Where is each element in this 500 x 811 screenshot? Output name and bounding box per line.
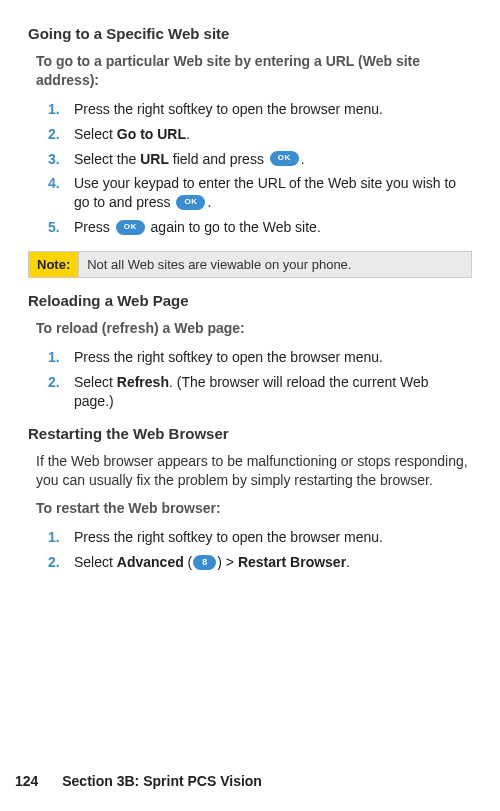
step-number: 5. <box>48 218 70 237</box>
step-text: Press the right softkey to open the brow… <box>74 100 472 119</box>
heading-going-to-website: Going to a Specific Web site <box>28 25 472 42</box>
step-text: Press the right softkey to open the brow… <box>74 348 472 367</box>
step-text: Press OK again to go to the Web site. <box>74 218 472 237</box>
section-going-to-website: Going to a Specific Web site To go to a … <box>28 25 472 237</box>
note-box: Note: Not all Web sites are viewable on … <box>28 251 472 278</box>
step-1: 1. Press the right softkey to open the b… <box>48 348 472 367</box>
step-text: Select Go to URL. <box>74 125 472 144</box>
step-3: 3. Select the URL field and press OK. <box>48 150 472 169</box>
heading-reloading-page: Reloading a Web Page <box>28 292 472 309</box>
step-1: 1. Press the right softkey to open the b… <box>48 100 472 119</box>
page-footer: 124 Section 3B: Sprint PCS Vision <box>15 773 262 789</box>
heading-restarting-browser: Restarting the Web Browser <box>28 425 472 442</box>
section-reloading-page: Reloading a Web Page To reload (refresh)… <box>28 292 472 411</box>
steps-restarting-browser: 1. Press the right softkey to open the b… <box>48 528 472 572</box>
step-number: 2. <box>48 553 70 572</box>
page-number: 124 <box>15 773 38 789</box>
intro-restarting-browser: To restart the Web browser: <box>36 499 472 518</box>
step-2: 2. Select Go to URL. <box>48 125 472 144</box>
step-text: Select Refresh. (The browser will reload… <box>74 373 472 411</box>
step-text: Select the URL field and press OK. <box>74 150 472 169</box>
step-number: 1. <box>48 348 70 367</box>
step-number: 2. <box>48 373 70 392</box>
step-2: 2. Select Refresh. (The browser will rel… <box>48 373 472 411</box>
note-content: Not all Web sites are viewable on your p… <box>79 252 471 277</box>
step-number: 3. <box>48 150 70 169</box>
step-1: 1. Press the right softkey to open the b… <box>48 528 472 547</box>
ok-button-icon: OK <box>176 195 205 210</box>
steps-going-to-website: 1. Press the right softkey to open the b… <box>48 100 472 237</box>
step-number: 1. <box>48 528 70 547</box>
section-restarting-browser: Restarting the Web Browser If the Web br… <box>28 425 472 572</box>
body-restarting-browser: If the Web browser appears to be malfunc… <box>36 452 472 490</box>
step-text: Use your keypad to enter the URL of the … <box>74 174 472 212</box>
ok-button-icon: OK <box>116 220 145 235</box>
step-4: 4. Use your keypad to enter the URL of t… <box>48 174 472 212</box>
step-2: 2. Select Advanced (8) > Restart Browser… <box>48 553 472 572</box>
steps-reloading-page: 1. Press the right softkey to open the b… <box>48 348 472 411</box>
step-text: Press the right softkey to open the brow… <box>74 528 472 547</box>
intro-reloading-page: To reload (refresh) a Web page: <box>36 319 472 338</box>
note-label: Note: <box>29 252 79 277</box>
step-5: 5. Press OK again to go to the Web site. <box>48 218 472 237</box>
key-8-icon: 8 <box>193 555 216 570</box>
intro-going-to-website: To go to a particular Web site by enteri… <box>36 52 472 90</box>
section-label: Section 3B: Sprint PCS Vision <box>62 773 262 789</box>
step-text: Select Advanced (8) > Restart Browser. <box>74 553 472 572</box>
ok-button-icon: OK <box>270 151 299 166</box>
step-number: 2. <box>48 125 70 144</box>
step-number: 1. <box>48 100 70 119</box>
step-number: 4. <box>48 174 70 193</box>
